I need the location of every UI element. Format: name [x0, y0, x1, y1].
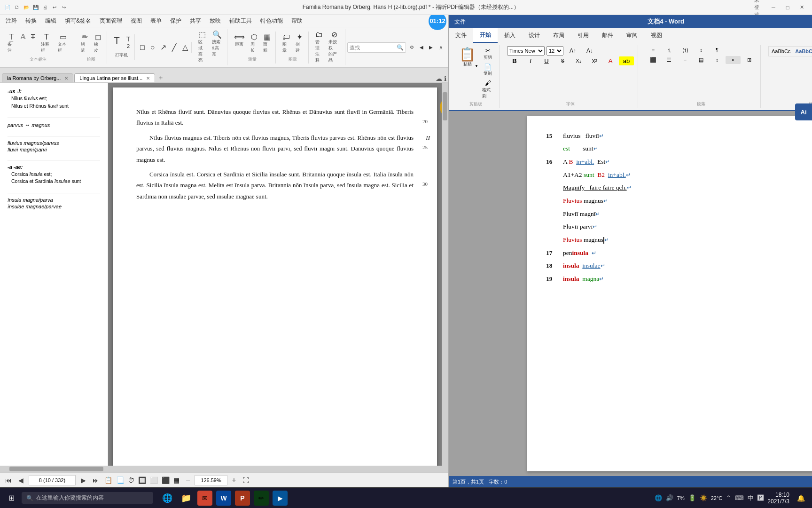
new-icon[interactable]: 🗋 — [13, 4, 21, 11]
taskbar-pen-btn[interactable]: ✏ — [254, 491, 269, 506]
pdf-perimeter-btn[interactable]: ⬡ 周长 — [249, 32, 259, 55]
pdf-circle-btn[interactable]: ○ — [148, 43, 157, 52]
pdf-scrollbar-thumb[interactable] — [443, 92, 447, 120]
pdf-tab-add-button[interactable]: + — [156, 73, 165, 82]
taskbar-edge-btn[interactable]: 🌐 — [160, 491, 175, 506]
pdf-prev-page-btn[interactable]: ◀ — [17, 476, 25, 484]
pdf-typewriter-T-btn[interactable]: T — [111, 35, 123, 49]
pdf-text-comment-btn[interactable]: T̲ 备注 — [6, 32, 17, 55]
word-superscript-btn[interactable]: X² — [587, 57, 602, 65]
word-show-marks-btn[interactable]: ¶ — [710, 46, 725, 55]
taskbar-cn-icon[interactable]: 中 — [748, 494, 754, 502]
word-cut-btn[interactable]: ✂ 剪切 — [480, 46, 495, 62]
style-normal-btn[interactable]: AaBbCc — [770, 48, 792, 55]
word-tab-review[interactable]: 审阅 — [620, 28, 644, 43]
word-shading-btn[interactable]: ▪ — [726, 56, 741, 64]
pdf-search-box[interactable]: 🔍 — [347, 42, 406, 53]
pdf-main-page[interactable]: Nīlus et Rhēnus fluviī sunt. Dānuvius qu… — [108, 83, 442, 466]
word-align-center-btn[interactable]: ☰ — [662, 56, 677, 64]
taskbar-speaker-icon[interactable]: 🔊 — [666, 494, 673, 501]
taskbar-word-btn[interactable]: W — [216, 491, 231, 506]
pdf-fullscreen-btn[interactable]: ⛶ — [242, 476, 249, 484]
pdf-view-icon-5[interactable]: ⬜ — [150, 476, 158, 484]
pdf-view-icon-6[interactable]: ⬛ — [162, 476, 170, 484]
pdf-view-icon-2[interactable]: 📃 — [116, 476, 124, 484]
pdf-view-icon-7[interactable]: ▦ — [173, 476, 180, 484]
pdf-line-btn[interactable]: ╱ — [170, 43, 179, 52]
pdf-scrollbar[interactable] — [442, 83, 448, 466]
pdf-arrow-btn[interactable]: ↗ — [158, 43, 168, 52]
word-shrink-font-btn[interactable]: A↓ — [582, 47, 597, 55]
pdf-page-input[interactable] — [29, 475, 76, 485]
font-family-select[interactable]: Times New Roman — [507, 46, 545, 56]
pdf-menu-convert[interactable]: 转换 — [22, 16, 40, 26]
word-grow-font-btn[interactable]: A↑ — [565, 47, 580, 55]
word-bold-btn[interactable]: B — [507, 56, 522, 65]
pdf-first-page-btn[interactable]: ⏮ — [4, 476, 13, 484]
taskbar-mail-btn[interactable]: ✉ — [197, 491, 212, 506]
pdf-highlight-btn[interactable]: 𝔸 — [19, 32, 27, 55]
pdf-search-input[interactable] — [350, 45, 397, 50]
pdf-menu-protect[interactable]: 保护 — [166, 16, 185, 26]
pdf-text-comment-btn2[interactable]: T 注释框 — [39, 32, 54, 55]
pdf-stamp-btn[interactable]: 🏷 图章 — [281, 32, 292, 55]
pdf-horizontal-scrollbar[interactable] — [0, 466, 448, 472]
word-subscript-btn[interactable]: X₂ — [571, 57, 586, 65]
pdf-menu-fillsign[interactable]: 填写&签名 — [61, 16, 95, 26]
word-file-menu[interactable]: 文件 — [453, 18, 468, 26]
word-font-color-btn[interactable]: A — [603, 56, 618, 65]
pdf-close-button[interactable]: ✕ — [795, 2, 808, 13]
pdf-zoom-in-btn[interactable]: + — [229, 476, 239, 485]
pdf-polygon-btn[interactable]: △ — [180, 43, 190, 52]
pdf-menu-share[interactable]: 共享 — [186, 16, 205, 26]
save-icon[interactable]: 💾 — [32, 4, 39, 11]
pdf-nav-left-btn[interactable]: ◀ — [418, 44, 425, 51]
pdf-tab-1-close[interactable]: ✕ — [64, 76, 68, 81]
word-highlight-btn[interactable]: ab — [619, 56, 634, 65]
word-tab-mailings[interactable]: 邮件 — [595, 28, 620, 43]
pdf-area-btn[interactable]: ▦ 面积 — [261, 32, 272, 55]
pdf-textbox-btn[interactable]: ▭ 文本框 — [56, 32, 71, 55]
word-tab-references[interactable]: 引用 — [571, 28, 595, 43]
pdf-menu-form[interactable]: 表单 — [147, 16, 165, 26]
word-borders-btn[interactable]: ⊞ — [742, 56, 757, 64]
pdf-typewriter-T2-btn[interactable]: T2 — [125, 35, 133, 49]
pdf-menu-annotate[interactable]: 注释 — [2, 16, 21, 26]
pdf-menu-tools[interactable]: 辅助工具 — [226, 16, 256, 26]
taskbar-input-icon[interactable]: 🅿 — [757, 494, 764, 501]
word-underline-btn[interactable]: U — [539, 56, 554, 65]
word-bullets-btn[interactable]: ≡ — [646, 46, 661, 55]
pdf-minimize-button[interactable]: ─ — [767, 2, 780, 13]
pdf-tab-info-icon[interactable]: ℹ — [444, 75, 446, 82]
pdf-view-icon-3[interactable]: ⏱ — [128, 476, 134, 484]
word-tab-view[interactable]: 视图 — [644, 28, 669, 43]
word-tab-design[interactable]: 设计 — [522, 28, 547, 43]
pdf-manage-btn[interactable]: 🗂 管理注释 — [313, 30, 325, 64]
word-copy-btn[interactable]: 📄 复制 — [480, 63, 495, 78]
pdf-view-icon-1[interactable]: 📋 — [104, 476, 112, 484]
print-icon[interactable]: 🖨 — [41, 4, 49, 11]
taskbar-search-box[interactable]: 🔍 在这里输入你要搜索的内容 — [22, 492, 153, 504]
pdf-zoom-input[interactable] — [195, 475, 227, 485]
word-align-right-btn[interactable]: ≡ — [678, 56, 693, 64]
pdf-menu-help[interactable]: 帮助 — [288, 16, 306, 26]
pdf-view-icon-4[interactable]: 🔲 — [138, 476, 146, 484]
taskbar-ppt-btn[interactable]: P — [235, 491, 250, 506]
word-justify-btn[interactable]: ▤ — [694, 56, 709, 64]
word-numbering-btn[interactable]: ⒈ — [662, 46, 677, 55]
word-paste-btn[interactable]: 📋 粘贴 ▼ — [456, 46, 478, 69]
pdf-ribbon-collapse-btn[interactable]: ∧ — [437, 43, 445, 52]
pdf-create-btn[interactable]: ✦ 创建 — [294, 32, 305, 55]
word-sort-btn[interactable]: ↕ — [694, 46, 709, 55]
pdf-strikethrough-btn[interactable]: T̶ — [29, 32, 37, 55]
style-heading1-btn[interactable]: AaBbCc — [793, 48, 812, 55]
word-tab-file[interactable]: 文件 — [449, 28, 473, 43]
taskbar-notification-btn[interactable]: 🔔 — [793, 491, 808, 506]
word-tab-home[interactable]: 开始 — [473, 28, 498, 43]
pdf-distance-btn[interactable]: ⟺ 距离 — [232, 32, 247, 55]
taskbar-media-btn[interactable]: ▶ — [273, 491, 288, 506]
pdf-menu-view[interactable]: 视图 — [127, 16, 146, 26]
taskbar-network-icon[interactable]: 🌐 — [655, 494, 662, 501]
word-strikethrough-btn[interactable]: S̶ — [555, 57, 570, 65]
word-italic-btn[interactable]: I — [523, 56, 538, 65]
